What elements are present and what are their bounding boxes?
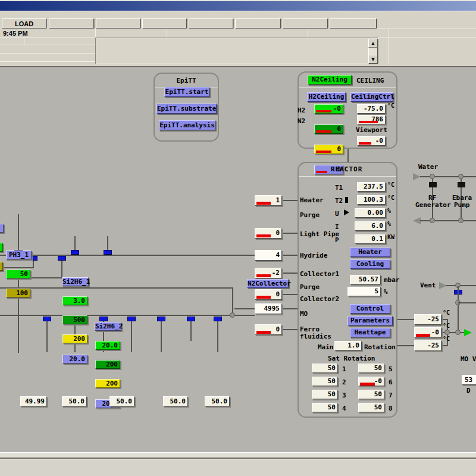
- n2collector-button[interactable]: N2Collector: [247, 279, 289, 288]
- temp2-value[interactable]: -0: [414, 327, 441, 338]
- parameters-button[interactable]: Parameters: [347, 316, 393, 325]
- main-rotation-value[interactable]: 1.0: [334, 341, 362, 350]
- sat-value-3[interactable]: 50: [312, 390, 338, 399]
- heater-setpoint[interactable]: 1: [255, 195, 282, 206]
- collector2-setpoint[interactable]: 0: [255, 289, 282, 300]
- connector: [282, 200, 298, 201]
- gas-ph3-header[interactable]: PH3_1: [6, 250, 32, 259]
- flow-readout-5[interactable]: 50.0: [205, 396, 230, 406]
- valve-icon[interactable]: [187, 317, 195, 321]
- ferro-setpoint[interactable]: 0: [255, 324, 282, 335]
- temp1-value[interactable]: -25: [414, 314, 441, 325]
- n2-flow[interactable]: 0: [314, 124, 343, 134]
- pipe-branch: [458, 302, 476, 303]
- heattape-button[interactable]: Heattape: [350, 328, 390, 337]
- pipe-junction: [230, 312, 235, 318]
- gas-si2h6-1-value[interactable]: 500: [62, 315, 87, 324]
- p-value[interactable]: 0.1: [355, 234, 386, 244]
- sat-value-7[interactable]: 50: [358, 390, 384, 399]
- valve-icon[interactable]: [127, 317, 136, 321]
- viewport-value[interactable]: -0: [357, 136, 386, 146]
- u-value[interactable]: 0.00: [355, 208, 386, 218]
- scroll-up-button[interactable]: ▲: [368, 39, 378, 48]
- rotation-label: Rotation: [364, 343, 396, 351]
- toolbar-button[interactable]: [49, 18, 94, 29]
- flow-readout-1[interactable]: 49.99: [20, 396, 47, 406]
- n2ceiling-button[interactable]: N2Ceiling: [308, 75, 352, 84]
- control-button[interactable]: Control: [350, 304, 390, 314]
- valve-icon[interactable]: [214, 317, 222, 321]
- gas-si2h6-1-value[interactable]: 20.0: [62, 355, 87, 364]
- gas-ph3-value[interactable]: 50: [6, 270, 30, 278]
- gas-si2h6-1-header[interactable]: Si2H6_1: [62, 277, 89, 286]
- toolbar-button[interactable]: [142, 18, 187, 29]
- lightpipe-setpoint[interactable]: 0: [255, 228, 282, 239]
- h2-flow[interactable]: -0: [314, 104, 343, 114]
- water-valve-icon[interactable]: [429, 182, 437, 187]
- divider: [0, 53, 95, 54]
- toolbar-button[interactable]: [189, 18, 233, 29]
- load-button[interactable]: LOAD: [2, 18, 46, 29]
- reactor-pressure[interactable]: 50.57: [350, 275, 381, 284]
- t2-value[interactable]: 100.3: [357, 195, 386, 205]
- sat-value-6[interactable]: -0: [358, 377, 384, 386]
- actual-bar: [256, 202, 271, 205]
- sat-value-4[interactable]: 50: [312, 403, 338, 412]
- t1-value[interactable]: 237.5: [357, 182, 386, 192]
- toolbar-button[interactable]: [235, 18, 281, 29]
- mo-setpoint[interactable]: 4995: [255, 303, 282, 314]
- pipe-junction: [444, 330, 450, 335]
- epitt-start-button[interactable]: EpiTT.start: [164, 87, 209, 97]
- gas-ph3-value[interactable]: 100: [6, 289, 30, 298]
- cooling-button[interactable]: Cooling: [350, 259, 390, 269]
- titlebar[interactable]: [0, 0, 476, 11]
- epitt-analysis-button[interactable]: EpiTT.analysis: [159, 120, 215, 130]
- toolbar-button[interactable]: [283, 18, 328, 29]
- sat-value-2[interactable]: 50: [312, 377, 338, 386]
- flow-readout-4[interactable]: 50.0: [163, 396, 188, 406]
- epitt-substrate-button[interactable]: EpiTT.substrate: [156, 104, 217, 114]
- canvas-top-edge: [0, 66, 476, 67]
- heater-button[interactable]: Heater: [350, 248, 390, 257]
- i-value[interactable]: 6.0: [355, 221, 386, 231]
- h2ceiling-button[interactable]: H2Ceiling: [307, 92, 346, 102]
- message-area[interactable]: [95, 37, 378, 64]
- toolbar-button[interactable]: [330, 18, 377, 29]
- sat-value-8[interactable]: 50: [358, 403, 384, 412]
- gas-si2h6-1-value[interactable]: 3.0: [62, 296, 87, 305]
- valve-icon[interactable]: [99, 317, 108, 321]
- bottom-strip-band: [0, 453, 476, 457]
- temp3-value[interactable]: -25: [414, 340, 441, 351]
- collector1-setpoint[interactable]: -2: [255, 268, 282, 278]
- gas-si2h6-2-value[interactable]: 200: [95, 360, 120, 369]
- sat-num-2: 2: [342, 378, 346, 386]
- toolbar-button[interactable]: [96, 18, 140, 29]
- hydride-setpoint[interactable]: 4: [255, 250, 282, 261]
- gas-si2h6-1-value[interactable]: 200: [62, 334, 87, 343]
- valve-icon[interactable]: [71, 250, 79, 255]
- sat-value-1[interactable]: 50: [312, 364, 338, 373]
- valve-icon[interactable]: [43, 317, 51, 321]
- flow-readout-3[interactable]: 50.0: [109, 396, 134, 406]
- sat-value-5[interactable]: 50: [358, 364, 384, 373]
- gas-si2h6-2-value[interactable]: 200: [95, 379, 120, 388]
- purge-value[interactable]: 5: [347, 287, 381, 296]
- flow-readout-2[interactable]: 50.0: [62, 396, 87, 406]
- valve-icon[interactable]: [104, 250, 112, 255]
- ceiling-pressure[interactable]: 786: [357, 115, 386, 124]
- gas-si2h6-2-header[interactable]: Si2H6_2: [95, 322, 121, 331]
- water-valve-icon[interactable]: [458, 182, 465, 187]
- ceiling-flow3[interactable]: 0: [314, 145, 343, 154]
- pressure-unit: mbar: [384, 276, 400, 284]
- valve-icon[interactable]: [157, 317, 165, 321]
- ceilingctrl-button[interactable]: CeilingCtrl: [350, 92, 393, 102]
- ceiling-temp[interactable]: -75.0: [357, 104, 386, 114]
- edge-value[interactable]: 53: [462, 375, 476, 385]
- sat-num-6: 6: [389, 378, 393, 386]
- pipe-junction: [458, 218, 464, 223]
- rf-generator-label: Generator: [415, 201, 451, 209]
- valve-icon[interactable]: [58, 256, 66, 261]
- scroll-down-button[interactable]: ▼: [368, 55, 378, 64]
- gas-si2h6-2-value[interactable]: 20.0: [95, 341, 120, 350]
- hydride-label: Hydride: [300, 252, 327, 259]
